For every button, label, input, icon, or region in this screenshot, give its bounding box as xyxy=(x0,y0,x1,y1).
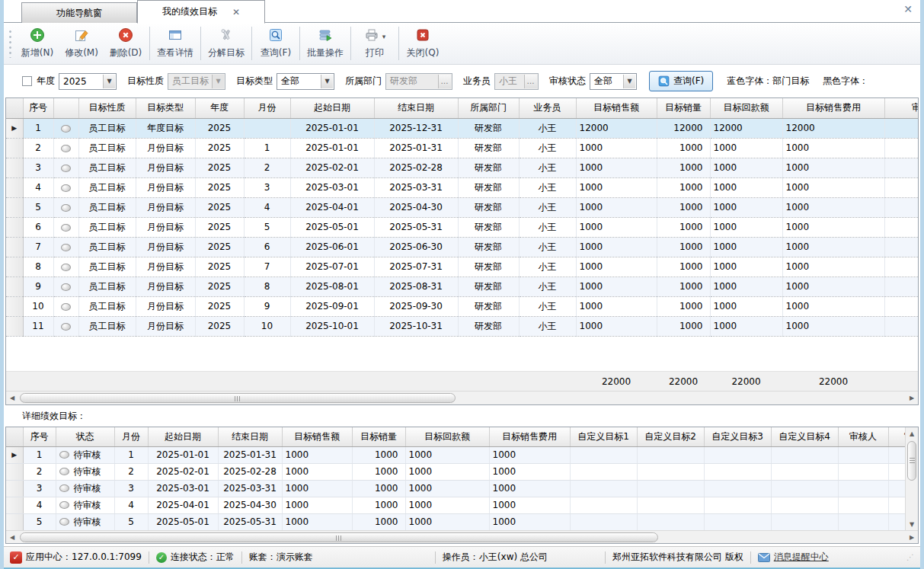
cell[interactable]: 研发部 xyxy=(458,316,519,336)
column-header[interactable]: 状态 xyxy=(56,427,114,446)
cell[interactable]: 研发部 xyxy=(458,237,519,257)
cell[interactable]: 1000 xyxy=(352,497,405,513)
cell[interactable]: 员工目标 xyxy=(78,277,136,296)
scrollbar-thumb[interactable] xyxy=(20,532,658,542)
cell[interactable] xyxy=(838,480,888,497)
cell[interactable]: 1000 xyxy=(405,480,489,497)
row-selector[interactable] xyxy=(6,463,23,480)
cell[interactable] xyxy=(771,463,838,480)
cell[interactable]: 1000 xyxy=(782,217,884,237)
cell[interactable]: 1 xyxy=(23,118,53,138)
cell[interactable]: 研发部 xyxy=(458,217,519,237)
cell[interactable]: 1 xyxy=(114,446,148,463)
cell[interactable]: 2025-03-31 xyxy=(218,480,282,497)
cell[interactable]: 2025-02-01 xyxy=(148,463,218,480)
column-header[interactable]: 审核人 xyxy=(838,427,888,446)
table-row[interactable]: 8员工目标月份目标202572025-07-012025-07-31研发部小王1… xyxy=(6,257,918,277)
cell[interactable]: 1000 xyxy=(782,296,884,316)
status-cell[interactable] xyxy=(53,197,78,217)
cell[interactable]: 2025-04-30 xyxy=(218,497,282,513)
cell[interactable]: 1000 xyxy=(489,446,570,463)
ellipsis-button[interactable]: … xyxy=(524,75,537,88)
cell[interactable]: 4 xyxy=(114,497,148,513)
column-header[interactable]: 序号 xyxy=(23,427,56,446)
cell[interactable]: 2 xyxy=(23,138,53,158)
cell[interactable]: 2025-03-01 xyxy=(290,177,374,197)
cell[interactable]: 2 xyxy=(244,158,290,177)
cell[interactable]: 1000 xyxy=(782,277,884,296)
cell[interactable]: 1000 xyxy=(657,197,710,217)
cell[interactable]: 员工目标 xyxy=(78,177,136,197)
row-selector-header[interactable] xyxy=(6,427,23,446)
scrollbar-thumb[interactable] xyxy=(907,441,916,481)
cell[interactable]: 小王 xyxy=(519,217,576,237)
cell[interactable]: 1000 xyxy=(710,237,782,257)
cell[interactable]: 7 xyxy=(23,237,53,257)
cell[interactable]: 1000 xyxy=(282,513,352,530)
cell[interactable] xyxy=(704,513,771,530)
cell[interactable]: 2025 xyxy=(195,158,244,177)
cell[interactable]: 1000 xyxy=(710,296,782,316)
status-cell[interactable] xyxy=(53,138,78,158)
cell[interactable] xyxy=(838,463,888,480)
cell[interactable]: 2025 xyxy=(195,177,244,197)
department-field[interactable]: 研发部 … xyxy=(385,73,452,90)
cell[interactable]: 1000 xyxy=(282,463,352,480)
table-row[interactable]: 4员工目标月份目标202532025-03-012025-03-31研发部小王1… xyxy=(6,177,918,197)
cell[interactable]: 7 xyxy=(244,257,290,277)
audit-status-select[interactable]: 全部 ▼ xyxy=(590,73,637,90)
cell[interactable]: 1000 xyxy=(657,316,710,336)
view-details-button[interactable]: 查看详情 xyxy=(152,25,199,62)
cell[interactable] xyxy=(570,513,637,530)
cell[interactable] xyxy=(884,296,918,316)
row-selector[interactable] xyxy=(6,513,23,530)
cell[interactable]: 1000 xyxy=(576,237,657,257)
table-row[interactable]: 10员工目标月份目标202592025-09-012025-09-30研发部小王… xyxy=(6,296,918,316)
cell[interactable]: 2 xyxy=(23,463,56,480)
cell[interactable]: 2025-04-01 xyxy=(290,197,374,217)
chevron-down-icon[interactable]: ▼ xyxy=(212,75,224,88)
cell[interactable] xyxy=(771,513,838,530)
cell[interactable]: 2025 xyxy=(195,296,244,316)
cell[interactable]: 研发部 xyxy=(458,118,519,138)
goal-type-select[interactable]: 全部 ▼ xyxy=(277,73,334,90)
decompose-goal-button[interactable]: 分解目标 xyxy=(203,25,250,62)
status-cell[interactable]: 待审核 xyxy=(56,463,114,480)
cell[interactable] xyxy=(771,446,838,463)
cell[interactable]: 2025 xyxy=(195,277,244,296)
cell[interactable]: 1 xyxy=(244,138,290,158)
status-cell[interactable] xyxy=(53,257,78,277)
column-header[interactable]: 目标回款额 xyxy=(405,427,489,446)
column-header[interactable]: 目标销售额 xyxy=(282,427,352,446)
window-close-icon[interactable]: ✕ xyxy=(903,4,913,14)
cell[interactable]: 1000 xyxy=(782,237,884,257)
column-header[interactable]: 自定义目标1 xyxy=(570,427,637,446)
table-row[interactable]: 6员工目标月份目标202552025-05-012025-05-31研发部小王1… xyxy=(6,217,918,237)
cell[interactable]: 2025-02-28 xyxy=(218,463,282,480)
cell[interactable]: 2025-02-01 xyxy=(290,158,374,177)
cell[interactable]: 2025 xyxy=(195,257,244,277)
cell[interactable]: 9 xyxy=(23,277,53,296)
table-row[interactable]: 2待审核22025-02-012025-02-28100010001000100… xyxy=(6,463,918,480)
cell[interactable]: 月份目标 xyxy=(136,257,195,277)
cell[interactable]: 1000 xyxy=(489,497,570,513)
cell[interactable]: 2025-10-01 xyxy=(290,316,374,336)
column-header[interactable]: 目标类型 xyxy=(136,98,195,118)
column-header[interactable]: 序号 xyxy=(23,98,53,118)
column-header[interactable]: 自定义目标4 xyxy=(771,427,838,446)
row-selector[interactable] xyxy=(6,497,23,513)
cell[interactable]: 1000 xyxy=(489,463,570,480)
cell[interactable]: 1 xyxy=(23,446,56,463)
cell[interactable]: 1000 xyxy=(657,296,710,316)
cell[interactable]: 2025 xyxy=(195,237,244,257)
cell[interactable] xyxy=(838,446,888,463)
cell[interactable] xyxy=(771,480,838,497)
column-header[interactable]: 起始日期 xyxy=(290,98,374,118)
cell[interactable]: 1000 xyxy=(576,316,657,336)
goal-nature-select[interactable]: 员工目标 ▼ xyxy=(168,73,225,90)
cell[interactable]: 2025-03-01 xyxy=(148,480,218,497)
cell[interactable]: 员工目标 xyxy=(78,158,136,177)
column-header[interactable]: 自定义目标3 xyxy=(704,427,771,446)
status-cell[interactable] xyxy=(53,316,78,336)
cell[interactable]: 1000 xyxy=(657,237,710,257)
